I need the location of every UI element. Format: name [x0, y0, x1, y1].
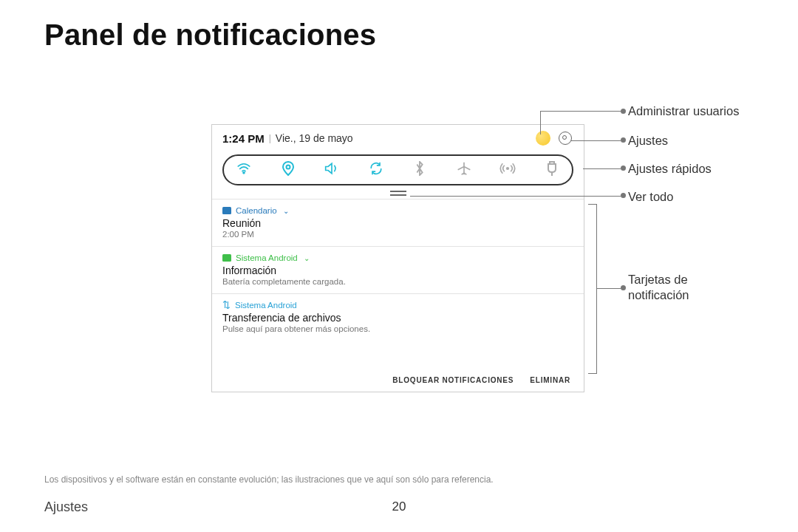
notification-subtitle: Batería completamente cargada. [222, 277, 573, 286]
leader-dot [621, 109, 626, 114]
block-notifications-button[interactable]: BLOQUEAR NOTIFICACIONES [392, 376, 514, 384]
notification-app-row: Calendario ⌄ [222, 206, 573, 215]
panel-header: 1:24 PM | Vie., 19 de mayo [212, 125, 584, 151]
clear-all-button[interactable]: ELIMINAR [530, 376, 570, 384]
quick-settings-bar[interactable] [222, 154, 573, 185]
notification-subtitle: Pulse aquí para obtener más opciones. [222, 324, 573, 333]
callout-settings: Ajustes [628, 133, 668, 149]
chevron-down-icon[interactable]: ⌄ [283, 207, 289, 215]
drag-handle-icon [390, 189, 406, 196]
leader-dot [621, 137, 626, 143]
notification-card[interactable]: Calendario ⌄ Reunión 2:00 PM [212, 199, 584, 246]
notification-app-label: Sistema Android [235, 301, 297, 310]
expand-handle[interactable] [212, 185, 584, 199]
svg-point-1 [286, 166, 290, 169]
notification-subtitle: 2:00 PM [222, 230, 573, 239]
status-time: 1:24 PM [222, 132, 265, 145]
android-app-icon [222, 254, 231, 262]
usb-app-icon: ⇅ [222, 301, 231, 309]
footnote: Los dispositivos y el software están en … [44, 474, 754, 485]
airplane-icon[interactable] [454, 161, 474, 179]
separator: | [269, 133, 271, 143]
location-icon[interactable] [279, 161, 298, 179]
callout-quick: Ajustes rápidos [628, 161, 712, 177]
panel-footer: BLOQUEAR NOTIFICACIONES ELIMINAR [212, 369, 584, 392]
power-share-icon[interactable] [542, 160, 562, 180]
leader-line [540, 112, 541, 134]
callout-users: Administrar usuarios [628, 103, 739, 119]
bluetooth-icon[interactable] [410, 161, 429, 179]
leader-line [410, 196, 621, 197]
leader-bracket [588, 204, 597, 374]
wifi-icon[interactable] [234, 163, 253, 177]
page-title: Panel de notificaciones [44, 18, 376, 52]
svg-point-0 [243, 172, 245, 174]
leader-dot [621, 166, 626, 171]
notification-title: Transferencia de archivos [222, 312, 573, 324]
gear-icon [559, 132, 572, 145]
leader-line [570, 140, 621, 141]
settings-button[interactable] [557, 130, 573, 146]
leader-line [540, 111, 621, 112]
notification-app-row: Sistema Android ⌄ [222, 253, 573, 262]
user-icon [536, 131, 550, 146]
callout-see-all: Ver todo [628, 189, 673, 205]
hotspot-icon[interactable] [498, 162, 517, 178]
sync-icon[interactable] [366, 161, 386, 179]
leader-dot [621, 285, 626, 290]
leader-line [583, 168, 621, 169]
calendar-app-icon [222, 207, 231, 214]
notification-card[interactable]: Sistema Android ⌄ Información Batería co… [212, 246, 584, 293]
status-date: Vie., 19 de mayo [276, 132, 353, 144]
notification-app-label: Calendario [236, 206, 277, 215]
notification-app-row: ⇅ Sistema Android [222, 301, 573, 310]
chevron-down-icon[interactable]: ⌄ [304, 254, 310, 262]
leader-line [596, 288, 621, 289]
notification-panel: 1:24 PM | Vie., 19 de mayo [211, 124, 584, 392]
manage-users-button[interactable] [535, 130, 551, 146]
svg-point-2 [507, 168, 509, 170]
page-number: 20 [0, 499, 798, 514]
leader-dot [621, 193, 626, 198]
notification-title: Información [222, 265, 573, 276]
notification-app-label: Sistema Android [236, 253, 298, 262]
notification-title: Reunión [222, 217, 573, 229]
notification-card[interactable]: ⇅ Sistema Android Transferencia de archi… [212, 293, 584, 341]
callout-cards: Tarjetas de notificación [628, 272, 717, 304]
sound-icon[interactable] [322, 162, 341, 178]
